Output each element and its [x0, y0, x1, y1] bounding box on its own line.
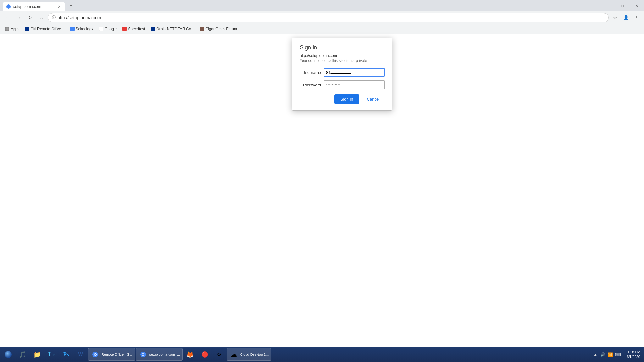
bookmark-google-icon: [99, 27, 103, 31]
auth-dialog: Sign in http://setup.ooma.com Your conne…: [292, 38, 392, 111]
menu-button[interactable]: ⋮: [631, 13, 641, 23]
chrome-window: setup.ooma.com ✕ + — □ ✕ ← → ↻ ⌂ ⓘ http:…: [0, 0, 644, 362]
tray-network[interactable]: 📶: [607, 351, 613, 358]
password-input[interactable]: [324, 80, 385, 89]
username-label: Username: [300, 70, 321, 75]
active-tab[interactable]: setup.ooma.com ✕: [3, 2, 65, 11]
password-row: Password: [300, 80, 385, 89]
chrome-setup-label: setup.ooma.com -...: [149, 353, 180, 356]
lightroom-icon: Lr: [47, 350, 56, 359]
taskbar-itunes[interactable]: 🎵: [16, 348, 30, 361]
taskbar-folder[interactable]: 📁: [30, 348, 44, 361]
daemon-icon: 🔴: [200, 350, 209, 359]
dialog-buttons: Sign in Cancel: [300, 94, 385, 104]
tab-title: setup.ooma.com: [13, 4, 54, 9]
taskbar-photoshop[interactable]: Ps: [59, 348, 73, 361]
new-tab-button[interactable]: +: [67, 1, 75, 10]
clock-time: 1:18 PM: [627, 350, 640, 354]
bookmark-apps[interactable]: Apps: [3, 25, 22, 32]
taskbar: 🎵 📁 Lr Ps W Remote Office - G... s: [0, 347, 644, 362]
dialog-title: Sign in: [300, 44, 385, 51]
bookmark-schoology[interactable]: Schoology: [68, 25, 96, 32]
tab-bar: setup.ooma.com ✕ +: [0, 0, 75, 11]
svg-point-6: [142, 354, 144, 355]
bookmark-netgear[interactable]: Orbi - NETGEAR Co...: [148, 25, 197, 32]
dialog-url: http://setup.ooma.com: [300, 53, 385, 58]
bookmark-speedtest[interactable]: Speedtest: [120, 25, 147, 32]
bookmarks-star-button[interactable]: ☆: [610, 13, 620, 23]
tray-volume[interactable]: 🔊: [600, 351, 606, 358]
taskbar-firefox[interactable]: 🦊: [183, 348, 197, 361]
reload-button[interactable]: ↻: [25, 13, 35, 23]
cloud-label: Cloud Desktop 2...: [240, 353, 269, 356]
forward-button[interactable]: →: [14, 13, 24, 23]
bookmark-speedtest-icon: [122, 27, 127, 31]
folder-icon: 📁: [33, 350, 42, 359]
misc-icon: ⚙: [215, 350, 224, 359]
bookmark-citi-icon: [25, 27, 29, 31]
bookmark-speedtest-label: Speedtest: [128, 27, 145, 31]
back-button[interactable]: ←: [3, 13, 13, 23]
bookmark-schoology-label: Schoology: [76, 27, 93, 31]
taskbar-chrome-remote[interactable]: Remote Office - G...: [88, 348, 135, 361]
bookmark-cigar[interactable]: Cigar Oasis Forum: [197, 25, 240, 32]
clock-date: 6/1/2020: [627, 354, 640, 359]
content-area: Sign in http://setup.ooma.com Your conne…: [0, 34, 644, 362]
address-bar[interactable]: ⓘ http://setup.ooma.com: [48, 13, 609, 22]
tray-expand[interactable]: ▲: [592, 351, 598, 358]
bookmark-citi-label: Citi Remote Office...: [31, 27, 64, 31]
bookmark-netgear-icon: [151, 27, 155, 31]
auth-dialog-overlay: Sign in http://setup.ooma.com Your conne…: [0, 34, 644, 362]
bookmark-cigar-label: Cigar Oasis Forum: [205, 27, 237, 31]
close-button[interactable]: ✕: [630, 0, 644, 11]
dialog-warning: Your connection to this site is not priv…: [300, 58, 385, 63]
tray-keyboard[interactable]: ⌨: [615, 351, 621, 358]
bookmark-schoology-icon: [70, 27, 75, 31]
password-label: Password: [300, 83, 321, 87]
itunes-icon: 🎵: [18, 350, 27, 359]
start-button[interactable]: [1, 348, 15, 361]
start-icon: [4, 350, 13, 359]
taskbar-misc[interactable]: ⚙: [212, 348, 226, 361]
tab-close-button[interactable]: ✕: [57, 4, 62, 9]
clock[interactable]: 1:18 PM 6/1/2020: [624, 350, 643, 359]
bookmark-citi[interactable]: Citi Remote Office...: [22, 25, 67, 32]
signin-button[interactable]: Sign in: [334, 94, 359, 104]
bookmark-netgear-label: Orbi - NETGEAR Co...: [156, 27, 194, 31]
window-controls: — □ ✕: [601, 0, 644, 11]
taskbar-chrome-setup[interactable]: setup.ooma.com -...: [136, 348, 183, 361]
maximize-button[interactable]: □: [615, 0, 630, 11]
taskbar-daemon[interactable]: 🔴: [198, 348, 212, 361]
nav-bar: ← → ↻ ⌂ ⓘ http://setup.ooma.com ☆ 👤 ⋮: [0, 11, 644, 24]
title-bar: setup.ooma.com ✕ + — □ ✕: [0, 0, 644, 11]
username-row: Username: [300, 68, 385, 77]
security-icon: ⓘ: [52, 15, 56, 20]
bookmark-cigar-icon: [200, 27, 204, 31]
nav-right-icons: ☆ 👤 ⋮: [610, 13, 641, 23]
system-tray: ▲ 🔊 📶 ⌨: [590, 351, 624, 358]
firefox-icon: 🦊: [186, 350, 195, 359]
bookmark-apps-label: Apps: [11, 27, 19, 31]
bookmark-apps-icon: [5, 27, 9, 31]
taskbar-word[interactable]: W: [74, 348, 87, 361]
cancel-button[interactable]: Cancel: [362, 94, 385, 104]
username-input[interactable]: [324, 68, 385, 77]
word-icon: W: [76, 350, 85, 359]
minimize-button[interactable]: —: [601, 0, 615, 11]
taskbar-cloud[interactable]: ☁ Cloud Desktop 2...: [227, 348, 272, 361]
cloud-icon: ☁: [230, 350, 238, 359]
taskbar-lightroom[interactable]: Lr: [45, 348, 58, 361]
home-button[interactable]: ⌂: [36, 13, 47, 23]
svg-point-0: [5, 351, 12, 358]
svg-point-3: [95, 354, 96, 355]
account-button[interactable]: 👤: [621, 13, 631, 23]
tab-favicon: [6, 4, 11, 9]
bookmark-google[interactable]: Google: [97, 25, 119, 32]
address-text: http://setup.ooma.com: [58, 15, 605, 20]
chrome-remote-icon: [91, 350, 100, 359]
bookmarks-bar: Apps Citi Remote Office... Schoology Goo…: [0, 24, 644, 34]
photoshop-icon: Ps: [62, 350, 70, 359]
chrome-remote-label: Remote Office - G...: [102, 353, 132, 356]
chrome-setup-icon: [139, 350, 147, 359]
bookmark-google-label: Google: [105, 27, 117, 31]
